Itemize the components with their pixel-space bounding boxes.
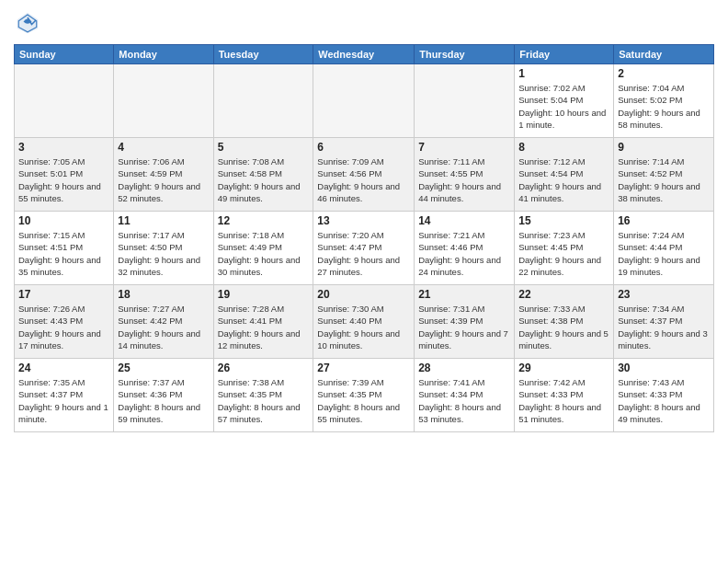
day-number: 7: [418, 141, 510, 154]
day-number: 18: [118, 288, 209, 301]
day-info: Sunrise: 7:37 AM Sunset: 4:36 PM Dayligh…: [118, 376, 209, 425]
calendar-week-row: 3Sunrise: 7:05 AM Sunset: 5:01 PM Daylig…: [15, 138, 714, 212]
day-number: 16: [618, 214, 710, 227]
day-info: Sunrise: 7:02 AM Sunset: 5:04 PM Dayligh…: [518, 82, 609, 131]
calendar-week-row: 24Sunrise: 7:35 AM Sunset: 4:37 PM Dayli…: [15, 359, 714, 432]
calendar-table: SundayMondayTuesdayWednesdayThursdayFrid…: [14, 44, 714, 432]
day-number: 8: [518, 141, 609, 154]
calendar-day-cell: 30Sunrise: 7:43 AM Sunset: 4:33 PM Dayli…: [614, 359, 714, 432]
day-number: 1: [518, 67, 609, 80]
calendar-day-cell: [213, 64, 313, 138]
day-number: 27: [317, 362, 410, 374]
day-number: 30: [618, 362, 710, 374]
day-info: Sunrise: 7:23 AM Sunset: 4:45 PM Dayligh…: [518, 229, 609, 278]
calendar-day-cell: 26Sunrise: 7:38 AM Sunset: 4:35 PM Dayli…: [213, 359, 313, 432]
day-number: 28: [418, 362, 510, 374]
calendar-day-cell: 23Sunrise: 7:34 AM Sunset: 4:37 PM Dayli…: [614, 285, 714, 359]
calendar-week-row: 10Sunrise: 7:15 AM Sunset: 4:51 PM Dayli…: [15, 212, 714, 285]
day-number: 26: [218, 362, 310, 374]
calendar-day-cell: 3Sunrise: 7:05 AM Sunset: 5:01 PM Daylig…: [15, 138, 114, 212]
calendar-day-cell: 19Sunrise: 7:28 AM Sunset: 4:41 PM Dayli…: [213, 285, 313, 359]
header: [14, 9, 714, 37]
calendar-day-cell: 12Sunrise: 7:18 AM Sunset: 4:49 PM Dayli…: [213, 212, 313, 285]
calendar-day-cell: 13Sunrise: 7:20 AM Sunset: 4:47 PM Dayli…: [313, 212, 415, 285]
weekday-header: Monday: [114, 45, 213, 64]
day-info: Sunrise: 7:35 AM Sunset: 4:37 PM Dayligh…: [18, 376, 109, 425]
calendar-day-cell: [15, 64, 114, 138]
day-number: 3: [18, 141, 109, 154]
calendar-day-cell: 14Sunrise: 7:21 AM Sunset: 4:46 PM Dayli…: [415, 212, 515, 285]
logo-icon: [14, 9, 41, 37]
day-info: Sunrise: 7:14 AM Sunset: 4:52 PM Dayligh…: [618, 155, 710, 204]
calendar-day-cell: 1Sunrise: 7:02 AM Sunset: 5:04 PM Daylig…: [515, 64, 614, 138]
day-number: 15: [518, 214, 609, 227]
day-number: 5: [218, 141, 310, 154]
day-info: Sunrise: 7:41 AM Sunset: 4:34 PM Dayligh…: [418, 376, 510, 425]
day-number: 23: [618, 288, 710, 301]
day-info: Sunrise: 7:26 AM Sunset: 4:43 PM Dayligh…: [18, 303, 109, 351]
calendar-day-cell: 18Sunrise: 7:27 AM Sunset: 4:42 PM Dayli…: [114, 285, 213, 359]
calendar-day-cell: 11Sunrise: 7:17 AM Sunset: 4:50 PM Dayli…: [114, 212, 213, 285]
day-info: Sunrise: 7:04 AM Sunset: 5:02 PM Dayligh…: [618, 82, 710, 131]
weekday-header: Tuesday: [213, 45, 313, 64]
calendar-day-cell: 21Sunrise: 7:31 AM Sunset: 4:39 PM Dayli…: [415, 285, 515, 359]
day-info: Sunrise: 7:33 AM Sunset: 4:38 PM Dayligh…: [518, 303, 609, 351]
day-info: Sunrise: 7:15 AM Sunset: 4:51 PM Dayligh…: [18, 229, 109, 278]
day-number: 12: [218, 214, 310, 227]
day-info: Sunrise: 7:39 AM Sunset: 4:35 PM Dayligh…: [317, 376, 410, 425]
calendar-day-cell: 16Sunrise: 7:24 AM Sunset: 4:44 PM Dayli…: [614, 212, 714, 285]
day-number: 10: [18, 214, 109, 227]
weekday-header: Sunday: [15, 45, 114, 64]
calendar-day-cell: 2Sunrise: 7:04 AM Sunset: 5:02 PM Daylig…: [614, 64, 714, 138]
day-number: 6: [317, 141, 410, 154]
day-number: 19: [218, 288, 310, 301]
day-info: Sunrise: 7:24 AM Sunset: 4:44 PM Dayligh…: [618, 229, 710, 278]
calendar-day-cell: 20Sunrise: 7:30 AM Sunset: 4:40 PM Dayli…: [313, 285, 415, 359]
day-number: 25: [118, 362, 209, 374]
calendar-day-cell: 6Sunrise: 7:09 AM Sunset: 4:56 PM Daylig…: [313, 138, 415, 212]
weekday-header: Wednesday: [313, 45, 415, 64]
calendar-day-cell: 27Sunrise: 7:39 AM Sunset: 4:35 PM Dayli…: [313, 359, 415, 432]
day-info: Sunrise: 7:09 AM Sunset: 4:56 PM Dayligh…: [317, 155, 410, 204]
day-number: 29: [518, 362, 609, 374]
calendar-day-cell: 8Sunrise: 7:12 AM Sunset: 4:54 PM Daylig…: [515, 138, 614, 212]
day-number: 11: [118, 214, 209, 227]
day-info: Sunrise: 7:28 AM Sunset: 4:41 PM Dayligh…: [218, 303, 310, 351]
calendar-week-row: 1Sunrise: 7:02 AM Sunset: 5:04 PM Daylig…: [15, 64, 714, 138]
calendar-day-cell: 17Sunrise: 7:26 AM Sunset: 4:43 PM Dayli…: [15, 285, 114, 359]
calendar-day-cell: 24Sunrise: 7:35 AM Sunset: 4:37 PM Dayli…: [15, 359, 114, 432]
day-number: 2: [618, 67, 710, 80]
day-number: 4: [118, 141, 209, 154]
calendar-day-cell: 9Sunrise: 7:14 AM Sunset: 4:52 PM Daylig…: [614, 138, 714, 212]
day-info: Sunrise: 7:27 AM Sunset: 4:42 PM Dayligh…: [118, 303, 209, 351]
day-number: 13: [317, 214, 410, 227]
weekday-header: Saturday: [614, 45, 714, 64]
calendar-day-cell: 5Sunrise: 7:08 AM Sunset: 4:58 PM Daylig…: [213, 138, 313, 212]
calendar-day-cell: 10Sunrise: 7:15 AM Sunset: 4:51 PM Dayli…: [15, 212, 114, 285]
calendar-day-cell: 22Sunrise: 7:33 AM Sunset: 4:38 PM Dayli…: [515, 285, 614, 359]
day-info: Sunrise: 7:34 AM Sunset: 4:37 PM Dayligh…: [618, 303, 710, 351]
day-info: Sunrise: 7:17 AM Sunset: 4:50 PM Dayligh…: [118, 229, 209, 278]
day-info: Sunrise: 7:38 AM Sunset: 4:35 PM Dayligh…: [218, 376, 310, 425]
calendar-day-cell: 15Sunrise: 7:23 AM Sunset: 4:45 PM Dayli…: [515, 212, 614, 285]
weekday-header: Thursday: [415, 45, 515, 64]
day-info: Sunrise: 7:05 AM Sunset: 5:01 PM Dayligh…: [18, 155, 109, 204]
calendar-day-cell: 28Sunrise: 7:41 AM Sunset: 4:34 PM Dayli…: [415, 359, 515, 432]
calendar-header-row: SundayMondayTuesdayWednesdayThursdayFrid…: [15, 45, 714, 64]
day-info: Sunrise: 7:20 AM Sunset: 4:47 PM Dayligh…: [317, 229, 410, 278]
day-info: Sunrise: 7:11 AM Sunset: 4:55 PM Dayligh…: [418, 155, 510, 204]
calendar-day-cell: 29Sunrise: 7:42 AM Sunset: 4:33 PM Dayli…: [515, 359, 614, 432]
day-number: 14: [418, 214, 510, 227]
day-info: Sunrise: 7:31 AM Sunset: 4:39 PM Dayligh…: [418, 303, 510, 351]
day-number: 17: [18, 288, 109, 301]
calendar-day-cell: 7Sunrise: 7:11 AM Sunset: 4:55 PM Daylig…: [415, 138, 515, 212]
day-info: Sunrise: 7:18 AM Sunset: 4:49 PM Dayligh…: [218, 229, 310, 278]
calendar-day-cell: 25Sunrise: 7:37 AM Sunset: 4:36 PM Dayli…: [114, 359, 213, 432]
calendar-day-cell: 4Sunrise: 7:06 AM Sunset: 4:59 PM Daylig…: [114, 138, 213, 212]
day-number: 9: [618, 141, 710, 154]
day-number: 20: [317, 288, 410, 301]
logo: [14, 9, 45, 37]
day-number: 21: [418, 288, 510, 301]
weekday-header: Friday: [515, 45, 614, 64]
day-info: Sunrise: 7:21 AM Sunset: 4:46 PM Dayligh…: [418, 229, 510, 278]
